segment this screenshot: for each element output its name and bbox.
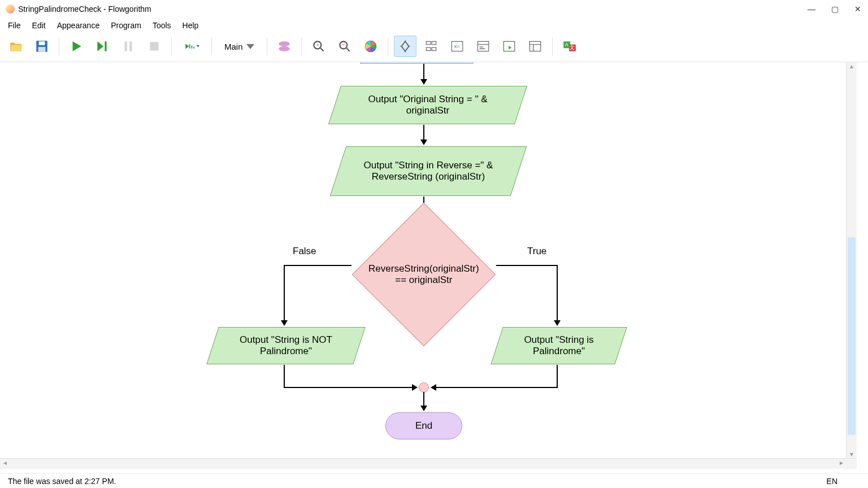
export-image-button[interactable]: [498, 36, 520, 57]
menu-program[interactable]: Program: [111, 21, 141, 30]
step-button[interactable]: [91, 36, 114, 57]
menu-bar: File Edit Appearance Program Tools Help: [0, 19, 868, 33]
svg-rect-7: [189, 44, 190, 49]
menu-edit[interactable]: Edit: [32, 21, 46, 30]
menu-tools[interactable]: Tools: [153, 21, 171, 30]
svg-rect-6: [150, 42, 158, 50]
function-selector-label: Main: [224, 42, 243, 51]
svg-rect-1: [39, 41, 45, 45]
menu-file[interactable]: File: [8, 21, 21, 30]
svg-rect-8: [191, 45, 192, 48]
svg-rect-23: [478, 41, 489, 51]
window-controls: — ▢ ✕: [808, 5, 861, 14]
scroll-down-icon[interactable]: ▼: [849, 451, 854, 457]
layout-center-button[interactable]: [394, 36, 416, 57]
flowchart-decision[interactable]: ReverseString(originalStr) == originalSt…: [352, 203, 496, 347]
svg-text:+: +: [315, 42, 319, 48]
variable-watch-button[interactable]: x=: [446, 36, 468, 57]
speed-dropdown[interactable]: [177, 36, 206, 57]
svg-text:x=: x=: [454, 43, 460, 49]
stop-button[interactable]: [143, 36, 166, 57]
flowchart-output-is-palindrome[interactable]: Output "String is Palindrome": [491, 327, 627, 364]
title-bar: StringPalindromeCheck - Flowgorithm — ▢ …: [0, 0, 868, 19]
flowchart-connector: [496, 265, 558, 266]
separator: [552, 37, 553, 55]
flowchart-merge-node[interactable]: [419, 382, 429, 393]
separator: [211, 37, 212, 55]
flowchart-connector: [423, 125, 424, 141]
flowchart-output-original[interactable]: Output "Original String = " & originalSt…: [328, 86, 527, 124]
separator: [301, 37, 302, 55]
svg-text:A: A: [565, 42, 568, 47]
decision-false-label: False: [293, 246, 316, 257]
window-title: StringPalindromeCheck - Flowgorithm: [18, 5, 808, 14]
menu-appearance[interactable]: Appearance: [57, 21, 100, 30]
add-shape-button[interactable]: [273, 36, 296, 57]
zoom-in-button[interactable]: +: [307, 36, 330, 57]
console-button[interactable]: [472, 36, 494, 57]
flowchart-connector: [284, 265, 285, 321]
svg-rect-17: [426, 41, 431, 44]
svg-text:−: −: [341, 41, 345, 47]
zoom-out-button[interactable]: −: [333, 36, 356, 57]
svg-rect-2: [38, 47, 46, 52]
separator: [267, 37, 267, 55]
pause-button[interactable]: [117, 36, 140, 57]
arrow-right-icon: [412, 384, 418, 391]
svg-rect-19: [426, 47, 431, 50]
arrow-down-icon: [420, 79, 427, 85]
flowchart-output-not-palindrome-label: Output "String is NOT Palindrome": [229, 334, 343, 357]
scroll-right-icon[interactable]: ►: [839, 460, 844, 466]
flowchart-output-is-palindrome-label: Output "String is Palindrome": [513, 334, 605, 357]
arrow-down-icon: [281, 320, 288, 326]
svg-point-11: [279, 46, 290, 51]
horizontal-scrollbar[interactable]: ◄ ►: [0, 458, 857, 469]
svg-rect-4: [125, 41, 127, 51]
chevron-down-icon: [246, 44, 254, 49]
flowchart-canvas[interactable]: Output "Original String = " & originalSt…: [0, 62, 857, 469]
flowchart-connector: [435, 387, 558, 388]
separator: [59, 37, 59, 55]
translate-button[interactable]: A文: [558, 36, 581, 57]
flowchart-partial-shape[interactable]: [360, 62, 476, 64]
separator: [388, 37, 388, 55]
flowchart-output-original-label: Output "Original String = " & originalSt…: [351, 94, 505, 116]
toolbar: Main + − x= A文: [0, 33, 868, 62]
flowchart-output-not-palindrome[interactable]: Output "String is NOT Palindrome": [206, 327, 365, 364]
scrollbar-thumb[interactable]: [848, 237, 856, 435]
vertical-scrollbar[interactable]: ▲ ▼: [846, 62, 857, 469]
layout-indent-button[interactable]: [420, 36, 442, 57]
close-button[interactable]: ✕: [854, 5, 861, 14]
svg-rect-9: [193, 47, 194, 49]
app-icon: [6, 5, 15, 14]
separator: [171, 37, 172, 55]
flowchart-connector: [284, 365, 285, 387]
color-scheme-button[interactable]: [359, 36, 382, 57]
flowchart-connector: [423, 64, 424, 80]
flowchart-connector: [284, 387, 413, 388]
maximize-button[interactable]: ▢: [831, 5, 839, 14]
function-selector[interactable]: Main: [218, 36, 261, 56]
arrow-down-icon: [420, 140, 427, 145]
svg-rect-20: [432, 47, 436, 50]
scroll-left-icon[interactable]: ◄: [2, 460, 8, 466]
decision-true-label: True: [527, 246, 546, 257]
arrow-down-icon: [420, 406, 427, 411]
flowchart-output-reverse-label: Output "String in Reverse =" & ReverseSt…: [354, 160, 502, 182]
flowchart-end[interactable]: End: [385, 412, 462, 439]
svg-point-10: [279, 41, 290, 46]
svg-rect-25: [530, 41, 541, 51]
svg-text:文: 文: [569, 45, 574, 50]
flowchart-decision-label: ReverseString(originalStr) == originalSt…: [368, 263, 479, 286]
flowchart-connector: [557, 365, 558, 387]
flowchart-output-reverse[interactable]: Output "String in Reverse =" & ReverseSt…: [330, 146, 527, 196]
minimize-button[interactable]: —: [808, 5, 815, 14]
arrow-down-icon: [554, 320, 561, 326]
save-button[interactable]: [31, 36, 53, 57]
open-button[interactable]: [5, 36, 27, 57]
menu-help[interactable]: Help: [183, 21, 199, 30]
run-button[interactable]: [65, 36, 88, 57]
scroll-up-icon[interactable]: ▲: [849, 63, 854, 69]
arrow-left-icon: [431, 384, 436, 391]
export-code-button[interactable]: [524, 36, 546, 57]
